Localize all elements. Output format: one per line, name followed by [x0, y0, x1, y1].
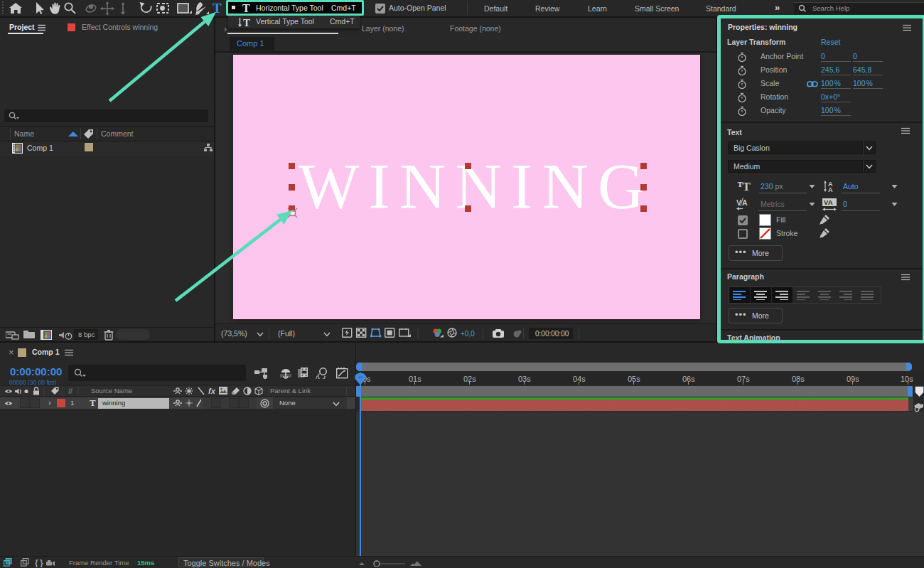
svg-text:#: # [68, 387, 73, 395]
svg-text:A: A [828, 186, 833, 193]
svg-text:A: A [742, 198, 748, 207]
svg-text:T: T [213, 1, 222, 16]
svg-text:{ }: { } [35, 558, 43, 567]
svg-text:VA: VA [824, 198, 833, 206]
svg-text:fx: fx [208, 387, 216, 395]
